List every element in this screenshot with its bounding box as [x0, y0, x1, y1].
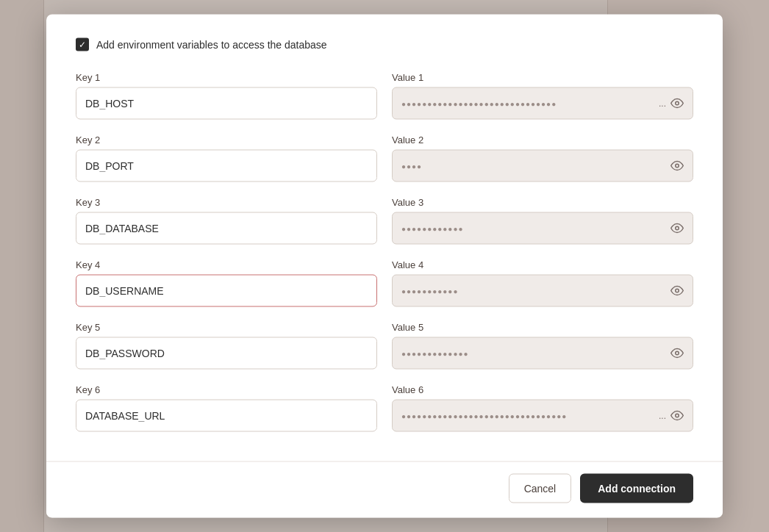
key-input-1[interactable]	[76, 87, 377, 120]
key-group-4: Key 4	[76, 259, 377, 307]
value-display-6: ●●●●●●●●●●●●●●●●●●●●●●●●●●●●●●●●...	[392, 400, 693, 432]
env-vars-checkbox-row: ✓ Add environment variables to access th…	[76, 38, 693, 51]
value-group-3: Value 3●●●●●●●●●●●●	[392, 197, 693, 245]
modal-dialog: ✓ Add environment variables to access th…	[46, 15, 723, 518]
eye-toggle-5[interactable]	[670, 347, 684, 360]
add-connection-button[interactable]: Add connection	[580, 474, 693, 503]
key-group-1: Key 1	[76, 72, 377, 120]
modal-footer: Cancel Add connection	[46, 461, 723, 518]
value-dots-1: ●●●●●●●●●●●●●●●●●●●●●●●●●●●●●●	[401, 99, 654, 107]
key-label-2: Key 2	[76, 134, 377, 145]
key-input-4[interactable]	[76, 275, 377, 307]
field-row-2: Key 2Value 2●●●●	[76, 134, 693, 182]
field-row-3: Key 3Value 3●●●●●●●●●●●●	[76, 197, 693, 245]
value-display-3: ●●●●●●●●●●●●	[392, 212, 693, 245]
value-label-4: Value 4	[392, 259, 693, 270]
key-group-3: Key 3	[76, 197, 377, 245]
value-dots-2: ●●●●	[401, 162, 670, 170]
svg-point-3	[676, 289, 679, 292]
svg-point-2	[676, 226, 679, 230]
svg-point-0	[676, 101, 679, 105]
eye-toggle-3[interactable]	[670, 222, 684, 235]
value-label-2: Value 2	[392, 134, 693, 145]
value-group-2: Value 2●●●●	[392, 134, 693, 182]
value-dots-3: ●●●●●●●●●●●●	[401, 224, 670, 232]
check-icon: ✓	[79, 40, 86, 49]
value-group-1: Value 1●●●●●●●●●●●●●●●●●●●●●●●●●●●●●●...	[392, 72, 693, 120]
key-input-5[interactable]	[76, 337, 377, 370]
value-dots-6: ●●●●●●●●●●●●●●●●●●●●●●●●●●●●●●●●	[401, 411, 654, 420]
value-display-5: ●●●●●●●●●●●●●	[392, 337, 693, 370]
value-display-1: ●●●●●●●●●●●●●●●●●●●●●●●●●●●●●●...	[392, 87, 693, 120]
key-label-5: Key 5	[76, 322, 377, 333]
field-row-4: Key 4Value 4●●●●●●●●●●●	[76, 259, 693, 307]
svg-point-1	[676, 164, 679, 168]
value-ellipsis-1: ...	[659, 98, 666, 109]
key-label-6: Key 6	[76, 384, 377, 395]
key-group-5: Key 5	[76, 322, 377, 370]
env-vars-label: Add environment variables to access the …	[96, 39, 327, 51]
value-group-5: Value 5●●●●●●●●●●●●●	[392, 322, 693, 370]
key-input-3[interactable]	[76, 212, 377, 245]
eye-toggle-2[interactable]	[670, 159, 684, 173]
cancel-button[interactable]: Cancel	[509, 474, 572, 503]
fields-container: Key 1Value 1●●●●●●●●●●●●●●●●●●●●●●●●●●●●…	[76, 72, 693, 432]
key-input-6[interactable]	[76, 400, 377, 432]
value-label-3: Value 3	[392, 197, 693, 208]
modal-body: ✓ Add environment variables to access th…	[46, 15, 723, 461]
value-label-6: Value 6	[392, 384, 693, 395]
svg-point-4	[676, 351, 679, 355]
value-label-1: Value 1	[392, 72, 693, 83]
value-ellipsis-6: ...	[659, 411, 666, 421]
svg-point-5	[676, 414, 679, 417]
value-dots-5: ●●●●●●●●●●●●●	[401, 349, 670, 357]
key-group-6: Key 6	[76, 384, 377, 432]
eye-toggle-6[interactable]	[670, 409, 684, 423]
value-group-4: Value 4●●●●●●●●●●●	[392, 259, 693, 307]
eye-toggle-1[interactable]	[670, 97, 684, 110]
value-display-4: ●●●●●●●●●●●	[392, 275, 693, 307]
key-label-4: Key 4	[76, 259, 377, 270]
key-label-3: Key 3	[76, 197, 377, 208]
key-label-1: Key 1	[76, 72, 377, 83]
value-dots-4: ●●●●●●●●●●●	[401, 287, 670, 295]
value-group-6: Value 6●●●●●●●●●●●●●●●●●●●●●●●●●●●●●●●●.…	[392, 384, 693, 432]
key-input-2[interactable]	[76, 150, 377, 182]
env-vars-checkbox[interactable]: ✓	[76, 38, 89, 51]
eye-toggle-4[interactable]	[670, 284, 684, 298]
field-row-1: Key 1Value 1●●●●●●●●●●●●●●●●●●●●●●●●●●●●…	[76, 72, 693, 120]
field-row-5: Key 5Value 5●●●●●●●●●●●●●	[76, 322, 693, 370]
key-group-2: Key 2	[76, 134, 377, 182]
field-row-6: Key 6Value 6●●●●●●●●●●●●●●●●●●●●●●●●●●●●…	[76, 384, 693, 432]
value-label-5: Value 5	[392, 322, 693, 333]
value-display-2: ●●●●	[392, 150, 693, 182]
modal-overlay: ✓ Add environment variables to access th…	[0, 0, 769, 532]
